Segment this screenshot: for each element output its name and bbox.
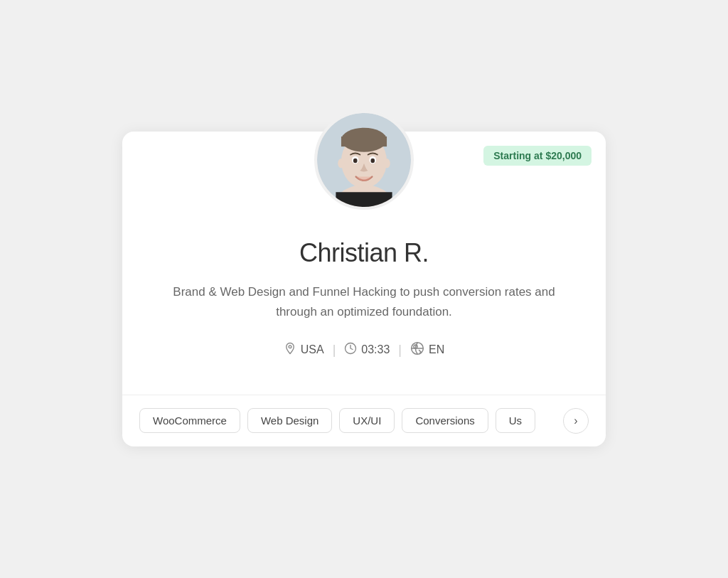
language-text: EN [429, 343, 444, 356]
time-item: 03:33 [344, 342, 390, 358]
svg-point-10 [338, 159, 344, 168]
language-icon [410, 341, 424, 359]
avatar [314, 110, 414, 210]
svg-point-8 [353, 159, 358, 164]
tag-conversions[interactable]: Conversions [402, 408, 488, 433]
svg-rect-2 [336, 193, 392, 208]
profile-name: Christian R. [299, 238, 429, 268]
tag-woocommerce[interactable]: WooCommerce [139, 408, 240, 433]
svg-point-11 [383, 159, 390, 168]
location-icon [284, 342, 296, 358]
clock-icon [344, 342, 357, 358]
svg-point-12 [289, 346, 291, 348]
time-text: 03:33 [361, 343, 390, 356]
card-body: Starting at $20,000 Christian R. Brand &… [122, 132, 606, 394]
tags-footer: WooCommerce Web Design UX/UI Conversions… [122, 395, 606, 446]
more-tags-button[interactable]: › [563, 408, 589, 434]
svg-rect-5 [341, 137, 387, 146]
profile-card: Starting at $20,000 Christian R. Brand &… [122, 132, 606, 446]
price-badge: Starting at $20,000 [483, 146, 592, 166]
divider-1: | [333, 343, 336, 358]
tag-us[interactable]: Us [496, 408, 535, 433]
svg-point-9 [370, 159, 375, 164]
tag-webdesign[interactable]: Web Design [247, 408, 332, 433]
meta-row: USA | 03:33 | [284, 341, 445, 359]
profile-description: Brand & Web Design and Funnel Hacking to… [172, 282, 556, 321]
location-item: USA [284, 342, 324, 358]
divider-2: | [398, 343, 402, 358]
location-text: USA [301, 343, 324, 356]
language-item: EN [410, 341, 444, 359]
tag-uxui[interactable]: UX/UI [339, 408, 395, 433]
